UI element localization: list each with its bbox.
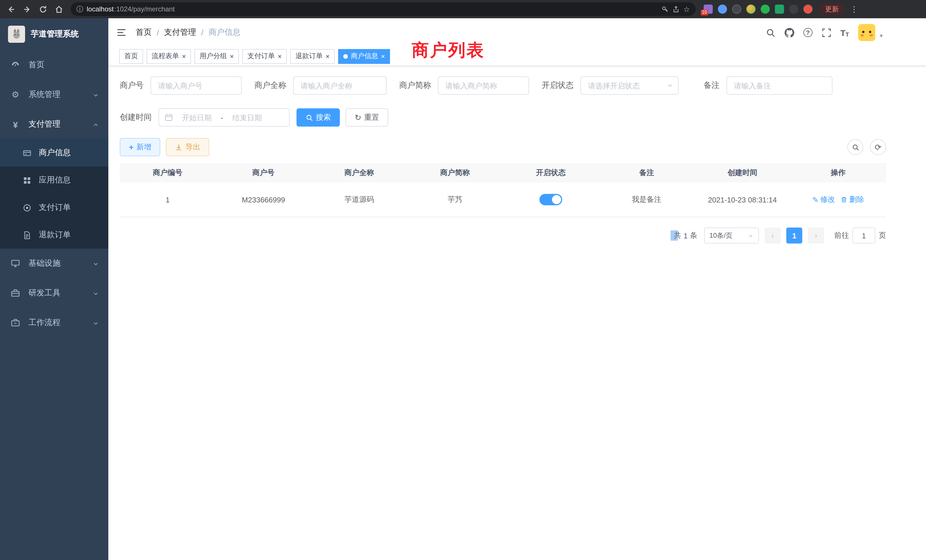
tab-close-icon[interactable]: ×	[381, 53, 385, 60]
date-range-picker[interactable]: -	[159, 108, 290, 127]
browser-update-button[interactable]: 更新	[819, 3, 844, 15]
active-dot-icon	[343, 54, 348, 59]
app-shell: 芋道管理系统 首页 ⚙ 系统管理 ¥ 支付管理 商户信息	[0, 18, 926, 560]
export-button[interactable]: 导出	[166, 138, 209, 156]
filter-label: 开启状态	[542, 80, 573, 91]
sidebar-item-home[interactable]: 首页	[0, 50, 108, 80]
hamburger-icon[interactable]	[117, 27, 127, 38]
forward-icon[interactable]	[20, 2, 34, 17]
browser-menu-icon[interactable]: ⋮	[850, 5, 858, 14]
tab-close-icon[interactable]: ×	[230, 53, 234, 60]
goto-page-input[interactable]	[852, 227, 875, 244]
filter-short-name: 商户简称	[399, 76, 529, 95]
logo-row[interactable]: 芋道管理系统	[0, 18, 108, 50]
filter-merchant-name: 商户全称	[254, 76, 387, 95]
browser-toolbar: ⓘ localhost:1024/pay/merchant ☆ 10 更新 ⋮	[0, 0, 926, 18]
page-size-select[interactable]: 10条/页	[704, 227, 759, 244]
tab-merchant-info[interactable]: 商户信息×	[338, 49, 390, 64]
search-button[interactable]: 搜索	[297, 108, 340, 127]
total-count: 1	[684, 231, 688, 240]
breadcrumb-item[interactable]: 首页	[136, 27, 152, 38]
tab-label: 退款订单	[295, 51, 323, 61]
date-start-input[interactable]	[175, 113, 218, 122]
user-avatar[interactable]	[858, 24, 875, 41]
date-end-input[interactable]	[225, 113, 269, 122]
tab-user-group[interactable]: 用户分组×	[194, 49, 239, 64]
sidebar-item-system[interactable]: ⚙ 系统管理	[0, 80, 108, 109]
sidebar-item-app-info[interactable]: 应用信息	[0, 166, 108, 194]
extension-icon-6[interactable]	[775, 5, 784, 14]
extension-icon-2[interactable]	[718, 5, 727, 14]
tab-home[interactable]: 首页	[119, 49, 143, 64]
status-select-input[interactable]	[581, 76, 679, 95]
password-key-icon[interactable]	[662, 5, 669, 13]
refresh-icon: ⟳	[875, 142, 881, 152]
profile-avatar-icon[interactable]	[803, 5, 813, 14]
trash-icon	[841, 196, 847, 203]
tab-process-form[interactable]: 流程表单×	[147, 49, 191, 64]
fullscreen-icon[interactable]	[822, 28, 831, 37]
sidebar-item-workflow[interactable]: 工作流程	[0, 308, 108, 338]
chevron-down-icon	[92, 319, 99, 326]
page-1-button[interactable]: 1	[786, 227, 802, 244]
github-icon[interactable]	[784, 28, 794, 37]
edit-link[interactable]: ✎修改	[812, 194, 835, 205]
delete-link[interactable]: 删除	[841, 194, 864, 205]
back-icon[interactable]	[3, 2, 18, 17]
page-size-value: 10条/页	[709, 231, 732, 241]
status-select[interactable]	[581, 76, 679, 95]
reset-button[interactable]: ↻ 重置	[345, 108, 388, 127]
edit-label: 修改	[820, 194, 835, 205]
status-toggle[interactable]	[539, 194, 562, 205]
extension-icon-5[interactable]	[761, 5, 770, 14]
site-info-icon[interactable]: ⓘ	[76, 4, 83, 14]
filter-row-1: 商户号 商户全称 商户简称 开启状态	[120, 76, 926, 95]
sidebar-item-payment[interactable]: ¥ 支付管理	[0, 109, 108, 139]
tab-close-icon[interactable]: ×	[278, 53, 282, 60]
total-prefix: 共	[674, 230, 681, 241]
filter-label: 备注	[704, 80, 720, 91]
sidebar-item-label: 工作流程	[29, 318, 92, 328]
merchant-name-input[interactable]	[293, 76, 387, 95]
column-header: 商户编号	[120, 168, 216, 178]
extension-icon-1[interactable]: 10	[704, 5, 713, 14]
annotation-title: 商户列表	[412, 39, 485, 62]
tab-close-icon[interactable]: ×	[182, 53, 186, 60]
share-icon[interactable]	[673, 5, 680, 13]
remark-input[interactable]	[726, 76, 832, 95]
download-icon	[175, 144, 183, 151]
search-icon[interactable]	[766, 28, 775, 37]
breadcrumb-item[interactable]: 支付管理	[164, 27, 196, 38]
refresh-table-button[interactable]: ⟳	[870, 139, 886, 155]
tab-refund-order[interactable]: 退款订单×	[290, 49, 335, 64]
sidebar-item-pay-order[interactable]: 支付订单	[0, 194, 108, 221]
add-button[interactable]: + 新增	[120, 138, 160, 156]
next-page-button[interactable]: ›	[808, 227, 824, 244]
address-bar[interactable]: ⓘ localhost:1024/pay/merchant ☆	[71, 2, 696, 16]
chevron-down-icon	[747, 232, 754, 239]
tab-close-icon[interactable]: ×	[325, 53, 330, 60]
sidebar-item-label: 应用信息	[39, 175, 71, 185]
bookmark-star-icon[interactable]: ☆	[683, 5, 690, 14]
extension-icon-4[interactable]	[746, 5, 755, 14]
sidebar-item-infra[interactable]: 基础设施	[0, 249, 108, 278]
sidebar-item-refund-order[interactable]: 退款订单	[0, 221, 108, 249]
font-size-icon[interactable]: TT	[840, 28, 849, 37]
tab-pay-order[interactable]: 支付订单×	[242, 49, 287, 64]
navbar-actions: ? TT ▾	[766, 24, 883, 41]
goto-label: 前往	[834, 230, 849, 241]
chevron-down-icon[interactable]: ▾	[880, 32, 883, 41]
merchant-no-input[interactable]	[151, 76, 242, 95]
sidebar-item-merchant-info[interactable]: 商户信息	[0, 139, 108, 166]
show-search-toggle-button[interactable]	[847, 139, 863, 155]
sidebar-item-devtools[interactable]: 研发工具	[0, 278, 108, 308]
help-icon[interactable]: ?	[803, 28, 812, 37]
reload-icon[interactable]	[35, 2, 50, 17]
prev-page-button[interactable]: ‹	[765, 227, 781, 244]
short-name-input[interactable]	[438, 76, 529, 95]
extension-icon-3[interactable]	[732, 5, 741, 14]
extension-badge: 10	[701, 10, 708, 15]
home-icon[interactable]	[51, 2, 66, 17]
extension-icon-7[interactable]	[789, 5, 798, 14]
search-icon	[306, 114, 313, 121]
